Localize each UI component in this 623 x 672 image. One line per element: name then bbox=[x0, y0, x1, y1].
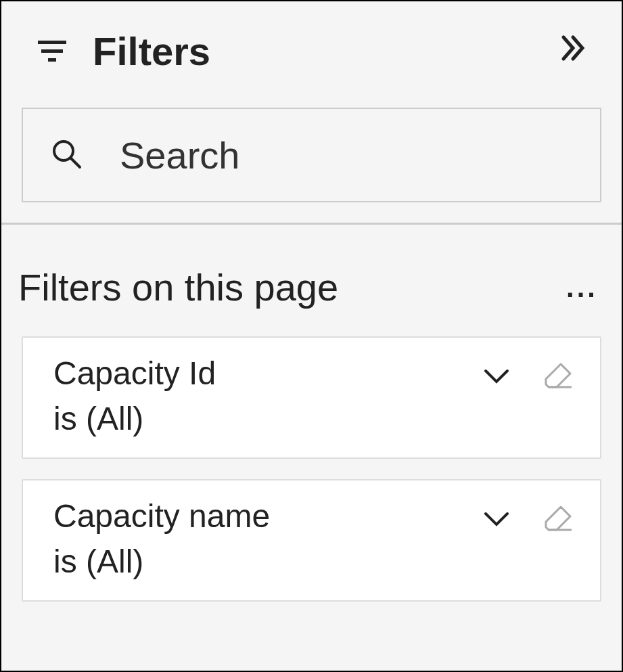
filter-field-value: is (All) bbox=[53, 543, 270, 580]
clear-filter-icon[interactable] bbox=[543, 504, 573, 537]
filter-icon bbox=[39, 41, 66, 62]
search-box[interactable] bbox=[22, 108, 601, 202]
search-icon bbox=[50, 137, 83, 173]
filter-card-capacity-name[interactable]: Capacity name is (All) bbox=[22, 479, 601, 602]
filter-field-name: Capacity name bbox=[53, 497, 270, 535]
filter-actions bbox=[484, 355, 573, 394]
section-header: Filters on this page ... bbox=[1, 225, 622, 323]
svg-line-1 bbox=[71, 158, 80, 167]
search-container bbox=[1, 87, 622, 223]
pane-title: Filters bbox=[93, 28, 534, 74]
filter-text: Capacity Id is (All) bbox=[53, 355, 216, 437]
filter-card-capacity-id[interactable]: Capacity Id is (All) bbox=[22, 336, 601, 459]
filter-field-name: Capacity Id bbox=[53, 355, 216, 392]
clear-filter-icon[interactable] bbox=[543, 361, 573, 394]
filter-cards-list: Capacity Id is (All) Capacity name is (A… bbox=[1, 323, 622, 602]
filter-field-value: is (All) bbox=[53, 400, 216, 437]
more-options-icon[interactable]: ... bbox=[566, 271, 598, 304]
filters-pane-header: Filters bbox=[1, 1, 622, 87]
filter-text: Capacity name is (All) bbox=[53, 497, 270, 580]
filter-actions bbox=[484, 497, 573, 537]
collapse-pane-icon[interactable] bbox=[561, 35, 595, 68]
section-title: Filters on this page bbox=[18, 265, 338, 309]
chevron-down-icon[interactable] bbox=[484, 511, 509, 530]
chevron-down-icon[interactable] bbox=[484, 368, 509, 387]
search-input[interactable] bbox=[120, 133, 592, 177]
